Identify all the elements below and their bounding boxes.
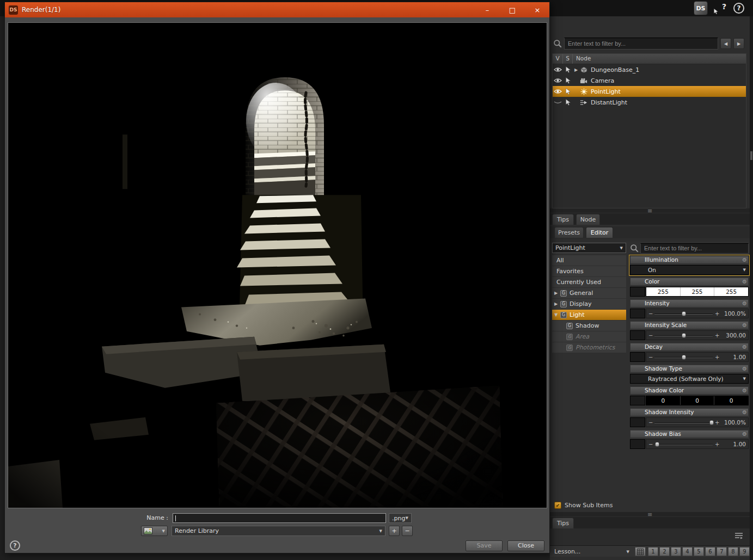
tree-row-dungeonbase[interactable]: ▶ DungeonBase_1 <box>553 64 746 75</box>
vertical-scrollbar[interactable] <box>750 16 753 560</box>
slider-minus[interactable]: − <box>648 354 652 360</box>
expander-icon[interactable]: ▶ <box>554 301 560 306</box>
tree-row-pointlight[interactable]: PointLight <box>553 86 746 97</box>
slider-plus[interactable]: + <box>715 354 719 360</box>
slider-handle[interactable] <box>682 311 686 316</box>
whats-this-button[interactable]: ? <box>713 3 726 14</box>
visibility-eye-icon[interactable] <box>553 78 563 83</box>
add-library-button[interactable]: + <box>389 526 400 536</box>
shadow-color-swatch-bar[interactable]: 0 0 0 <box>646 396 749 405</box>
lesson-page-4[interactable]: 4 <box>682 547 693 556</box>
pane-splitter[interactable]: ≡ <box>550 512 750 516</box>
gear-icon[interactable]: ⚙ <box>742 300 747 307</box>
category-light[interactable]: ▼ G Light <box>552 310 626 321</box>
tree-row-camera[interactable]: Camera <box>553 75 746 86</box>
gear-icon[interactable]: ⚙ <box>742 343 747 350</box>
category-photometrics[interactable]: G Photometrics <box>552 342 626 353</box>
color-swatch-bar[interactable]: 255 255 255 <box>646 287 749 297</box>
gear-icon[interactable]: ⚙ <box>742 278 747 285</box>
intensity-slider[interactable]: − + 100.0% <box>646 309 749 318</box>
slider-handle[interactable] <box>682 355 686 360</box>
slider-handle[interactable] <box>655 442 659 447</box>
expander-icon[interactable]: ▶ <box>554 291 560 296</box>
slider-plus[interactable]: + <box>715 420 719 426</box>
expander-icon[interactable]: ▶ <box>573 67 579 72</box>
scene-filter-input[interactable] <box>564 38 718 50</box>
decay-slider[interactable]: − + 1.00 <box>646 352 749 362</box>
maximize-button[interactable]: □ <box>506 6 518 14</box>
visibility-eye-closed-icon[interactable] <box>553 100 563 105</box>
filter-prev-button[interactable]: ◀ <box>720 38 731 49</box>
gear-icon[interactable]: ⚙ <box>742 387 747 394</box>
illumination-dropdown[interactable]: On ▼ <box>630 265 749 275</box>
selectable-cursor-icon[interactable] <box>563 77 573 84</box>
render-help-button[interactable]: ? <box>10 540 20 551</box>
slider-plus[interactable]: + <box>715 311 719 317</box>
category-currently-used[interactable]: Currently Used <box>552 277 626 288</box>
slider-minus[interactable]: − <box>648 441 652 447</box>
tab-node[interactable]: Node <box>576 214 600 225</box>
selectable-cursor-icon[interactable] <box>563 66 573 73</box>
show-sub-items-checkbox[interactable]: ✔ <box>554 502 561 509</box>
lesson-page-9[interactable]: 9 <box>739 547 750 556</box>
slider-minus[interactable]: − <box>648 311 652 317</box>
library-type-button[interactable]: ▼ <box>141 526 168 536</box>
slider-handle[interactable] <box>709 420 714 425</box>
close-window-button[interactable]: × <box>531 6 543 14</box>
scrollbar-thumb[interactable] <box>750 151 752 160</box>
lesson-page-1[interactable]: 1 <box>648 547 658 556</box>
render-name-input[interactable] <box>173 513 386 523</box>
gear-icon[interactable]: ⚙ <box>742 430 747 438</box>
tab-tips[interactable]: Tips <box>552 214 574 225</box>
slider-minus[interactable]: − <box>648 333 652 339</box>
visibility-eye-icon[interactable] <box>553 67 563 72</box>
category-display[interactable]: ▶ G Display <box>552 299 626 310</box>
category-shadow[interactable]: G Shadow <box>552 321 626 331</box>
category-favorites[interactable]: Favorites <box>552 266 626 277</box>
gear-icon[interactable]: ⚙ <box>742 409 747 416</box>
lesson-page-5[interactable]: 5 <box>694 547 704 556</box>
tab-presets[interactable]: Presets <box>554 227 584 238</box>
help-button[interactable]: ? <box>733 3 744 14</box>
gear-icon[interactable]: ⚙ <box>742 256 747 263</box>
lesson-page-7[interactable]: 7 <box>717 547 727 556</box>
node-selector-dropdown[interactable]: PointLight ▼ <box>552 243 626 253</box>
tree-row-distantlight[interactable]: DistantLight <box>553 97 746 108</box>
lesson-page-2[interactable]: 2 <box>659 547 670 556</box>
tab-tips-bottom[interactable]: Tips <box>552 518 574 528</box>
filter-next-button[interactable]: ▶ <box>733 38 744 49</box>
minimize-button[interactable]: – <box>481 6 493 14</box>
lesson-page-3[interactable]: 3 <box>671 547 681 556</box>
pane-splitter[interactable]: ≡ <box>550 208 750 213</box>
close-button[interactable]: Close <box>507 540 544 551</box>
slider-handle[interactable] <box>682 333 686 338</box>
render-library-dropdown[interactable]: Render Library ▼ <box>172 526 385 536</box>
show-sub-items[interactable]: ✔ Show Sub Items <box>554 502 613 509</box>
shadow-bias-slider[interactable]: − + 1.00 <box>646 439 749 449</box>
shadow-intensity-slider[interactable]: − + 100.0% <box>646 417 749 427</box>
category-general[interactable]: ▶ G General <box>552 288 626 299</box>
format-dropdown[interactable]: .png ▼ <box>389 513 412 523</box>
selectable-cursor-icon[interactable] <box>563 99 573 106</box>
shadow-type-dropdown[interactable]: Raytraced (Software Only) ▼ <box>630 374 749 384</box>
slider-plus[interactable]: + <box>715 441 719 447</box>
expander-icon[interactable]: ▼ <box>554 312 560 317</box>
selectable-cursor-icon[interactable] <box>563 88 573 95</box>
save-button[interactable]: Save <box>466 540 503 551</box>
lesson-dropdown[interactable]: Lesson... ▼ <box>551 547 633 556</box>
visibility-eye-icon[interactable] <box>553 89 563 94</box>
lesson-grid-icon[interactable] <box>635 547 646 556</box>
remove-library-button[interactable]: − <box>402 526 413 536</box>
property-filter-input[interactable] <box>640 243 749 254</box>
slider-plus[interactable]: + <box>715 333 719 339</box>
category-all[interactable]: All <box>552 255 626 266</box>
gear-icon[interactable]: ⚙ <box>742 365 747 372</box>
lesson-page-8[interactable]: 8 <box>728 547 738 556</box>
intensity-scale-slider[interactable]: − + 300.00 <box>646 330 749 340</box>
category-area[interactable]: G Area <box>552 331 626 342</box>
lesson-page-6[interactable]: 6 <box>705 547 715 556</box>
slider-minus[interactable]: − <box>648 420 652 426</box>
gear-icon[interactable]: ⚙ <box>742 322 747 329</box>
render-window-titlebar[interactable]: DS Render(1/1) – □ × <box>5 2 549 17</box>
pane-options-icon[interactable] <box>734 532 743 541</box>
